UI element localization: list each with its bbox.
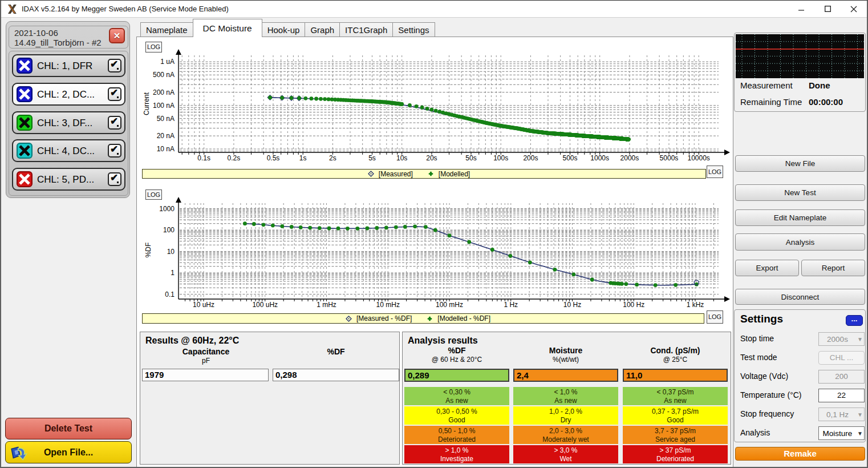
cond-result-value: 11,0 [623, 369, 728, 382]
channel-item-4[interactable]: CHL: 4, DC... ✔ [12, 139, 125, 162]
svg-text:10 mHz: 10 mHz [376, 301, 400, 309]
df-field[interactable]: 0,298 [273, 369, 399, 381]
close-test-button[interactable]: ✕ [109, 28, 125, 43]
classification-cell: > 37 pS/mDeteriorated [623, 445, 728, 463]
measurement-status: Done [809, 80, 830, 90]
tab-nameplate[interactable]: Nameplate [140, 22, 193, 37]
svg-text:1000: 1000 [159, 205, 175, 213]
channel-label: CHL: 4, DC... [37, 140, 95, 161]
settings-title: Settings [740, 313, 783, 325]
tab-dc-moisture[interactable]: DC Moisture [193, 19, 262, 37]
svg-text:100 Hz: 100 Hz [623, 301, 644, 309]
moisture-col-header: Moisture %(wt/wt) [513, 346, 618, 364]
tab-itc1graph[interactable]: ITC1Graph [339, 22, 393, 37]
channel-5-x-icon [17, 171, 33, 187]
channel-label: CHL: 3, DF... [37, 112, 92, 133]
check-dot [117, 68, 119, 70]
voltage-field: 200 [818, 370, 865, 384]
svg-text:1 mHz: 1 mHz [317, 301, 336, 309]
settings-more-button[interactable]: ... [846, 315, 863, 326]
channel-3-x-icon [17, 115, 33, 131]
window-title: IDAX v5.2.164 by Megger Sweden AB (Servi… [22, 5, 229, 13]
classification-cell: 2,0 - 3,0 %Moderately wet [513, 426, 618, 444]
disconnect-button[interactable]: Disconnect [735, 289, 865, 305]
svg-text:1000s: 1000s [590, 154, 609, 162]
channel-list: CHL: 1, DFR ✔ CHL: 2, DC... ✔ CHL: 3, DF… [9, 51, 128, 196]
channel-4-x-icon [17, 143, 33, 159]
test-header: 2021-10-06 14.49_till_Torbjörn - #2 ✕ [9, 26, 128, 49]
analysis-button[interactable]: Analysis [735, 233, 865, 251]
legend-measured-label: [Measured - %DF] [356, 314, 422, 322]
log-scale-badge-chart1-x: LOG [707, 166, 723, 178]
df-result-value: 0,289 [404, 369, 509, 382]
svg-text:100 uHz: 100 uHz [252, 301, 278, 309]
channel-4-checkbox[interactable]: ✔ [108, 144, 121, 158]
stop-frequency-select: 0,1 Hz▼ [818, 408, 865, 421]
open-file-label: Open File... [44, 447, 93, 457]
svg-text:500 nA: 500 nA [153, 71, 175, 79]
svg-text:Current: Current [143, 92, 151, 115]
svg-text:200s: 200s [523, 154, 538, 162]
channel-label: CHL: 1, DFR [37, 55, 92, 76]
cond-col-header: Cond. (pS/m) @ 25°C [623, 346, 728, 364]
report-button[interactable]: Report [801, 260, 865, 276]
svg-text:20 nA: 20 nA [157, 132, 175, 140]
channel-3-checkbox[interactable]: ✔ [108, 116, 121, 130]
channel-1-checkbox[interactable]: ✔ [108, 59, 121, 72]
channel-item-3[interactable]: CHL: 3, DF... ✔ [12, 111, 125, 134]
log-scale-badge-chart2-x: LOG [707, 310, 723, 324]
analysis-title: Analysis results [408, 336, 478, 346]
svg-text:50 nA: 50 nA [157, 115, 175, 123]
remake-button[interactable]: Remake [735, 447, 865, 461]
svg-text:10: 10 [167, 248, 175, 256]
open-file-button[interactable]: Open File... [5, 441, 132, 463]
svg-text:200 nA: 200 nA [153, 88, 175, 96]
tab-settings[interactable]: Settings [392, 22, 435, 37]
chevron-down-icon: ▼ [856, 411, 864, 418]
svg-text:50s: 50s [465, 154, 476, 162]
legend-measured-label: [Measured] [379, 170, 423, 178]
new-file-button[interactable]: New File [735, 155, 865, 172]
svg-text:5s: 5s [368, 154, 376, 162]
minimize-button[interactable] [788, 1, 814, 18]
classification-cell: < 0,37 pS/mAs new [623, 387, 728, 405]
tab-graph[interactable]: Graph [305, 22, 340, 37]
monitor-screen [736, 34, 864, 78]
svg-text:10 uHz: 10 uHz [193, 301, 214, 309]
svg-text:2000s: 2000s [620, 154, 639, 162]
channel-item-1[interactable]: CHL: 1, DFR ✔ [12, 54, 125, 77]
remaining-time-value: 00:00:00 [809, 97, 843, 107]
open-file-icon [10, 443, 30, 463]
test-mode-label: Test mode [740, 353, 777, 362]
measured-marker-icon [346, 316, 352, 322]
stop-frequency-label: Stop frequency [740, 409, 794, 418]
maximize-button[interactable] [814, 1, 841, 18]
classification-cell: > 1,0 %Investigate [404, 445, 509, 463]
temperature-field[interactable]: 22 [818, 389, 865, 402]
channel-item-5[interactable]: CHL: 5, PD... ✔ [12, 168, 125, 191]
channel-1-x-icon [17, 58, 33, 74]
channel-2-checkbox[interactable]: ✔ [108, 87, 121, 101]
analysis-type-select[interactable]: Moisture▼ [818, 426, 865, 440]
close-button[interactable] [841, 1, 867, 18]
app-logo-icon [6, 3, 18, 15]
export-button[interactable]: Export [735, 260, 799, 276]
new-test-button[interactable]: New Test [735, 184, 865, 201]
legend-modelled-label: [Modelled] [439, 170, 480, 178]
channel-5-checkbox[interactable]: ✔ [108, 172, 121, 186]
stop-time-select: 2000s▼ [818, 332, 865, 346]
svg-text:5000s: 5000s [660, 154, 679, 162]
delete-test-button[interactable]: Delete Test [5, 418, 132, 439]
svg-text:1 uA: 1 uA [160, 58, 175, 66]
edit-nameplate-button[interactable]: Edit Nameplate [735, 209, 865, 226]
channel-label: CHL: 5, PD... [37, 169, 94, 189]
check-dot [117, 153, 119, 155]
svg-text:10s: 10s [396, 154, 407, 162]
capacitance-field[interactable]: 1979 [142, 369, 269, 381]
channel-item-2[interactable]: CHL: 2, DC... ✔ [12, 83, 125, 106]
svg-text:1s: 1s [299, 154, 307, 162]
voltage-label: Voltage (Vdc) [740, 372, 788, 381]
measurement-monitor: Measurement Done Remaining Time 00:00:00 [734, 33, 866, 112]
svg-text:100 mHz: 100 mHz [436, 301, 463, 309]
tab-hook-up[interactable]: Hook-up [262, 22, 306, 37]
